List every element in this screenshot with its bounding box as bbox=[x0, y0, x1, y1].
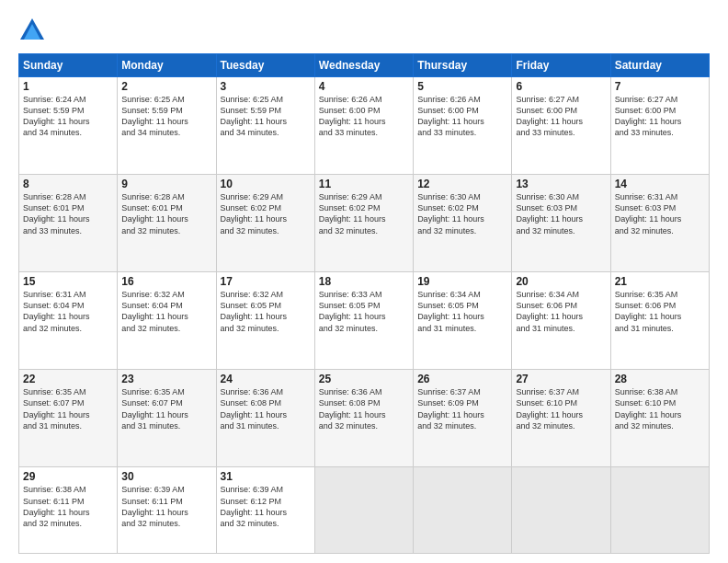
calendar-day: 1Sunrise: 6:24 AM Sunset: 5:59 PM Daylig… bbox=[19, 77, 118, 175]
day-header: Sunday bbox=[19, 54, 118, 77]
day-info: Sunrise: 6:26 AM Sunset: 6:00 PM Dayligh… bbox=[319, 94, 409, 139]
calendar-week: 1Sunrise: 6:24 AM Sunset: 5:59 PM Daylig… bbox=[19, 77, 710, 175]
calendar-day: 26Sunrise: 6:37 AM Sunset: 6:09 PM Dayli… bbox=[414, 370, 512, 467]
calendar-day: 9Sunrise: 6:28 AM Sunset: 6:01 PM Daylig… bbox=[118, 175, 216, 272]
calendar-day: 10Sunrise: 6:29 AM Sunset: 6:02 PM Dayli… bbox=[216, 175, 314, 272]
day-info: Sunrise: 6:39 AM Sunset: 6:12 PM Dayligh… bbox=[221, 484, 311, 529]
day-info: Sunrise: 6:25 AM Sunset: 5:59 PM Dayligh… bbox=[121, 94, 211, 139]
day-info: Sunrise: 6:29 AM Sunset: 6:02 PM Dayligh… bbox=[319, 191, 409, 236]
day-number: 9 bbox=[121, 178, 211, 190]
calendar: SundayMondayTuesdayWednesdayThursdayFrid… bbox=[18, 53, 710, 554]
day-header: Wednesday bbox=[314, 54, 413, 77]
day-header: Monday bbox=[118, 54, 216, 77]
day-info: Sunrise: 6:37 AM Sunset: 6:10 PM Dayligh… bbox=[516, 386, 606, 431]
calendar-day: 23Sunrise: 6:35 AM Sunset: 6:07 PM Dayli… bbox=[118, 370, 216, 467]
day-number: 19 bbox=[417, 275, 507, 288]
day-number: 11 bbox=[319, 178, 409, 190]
calendar-day: 27Sunrise: 6:37 AM Sunset: 6:10 PM Dayli… bbox=[512, 370, 610, 467]
day-header: Saturday bbox=[610, 54, 709, 77]
calendar-day: 14Sunrise: 6:31 AM Sunset: 6:03 PM Dayli… bbox=[610, 175, 709, 272]
day-info: Sunrise: 6:36 AM Sunset: 6:08 PM Dayligh… bbox=[221, 386, 311, 431]
day-info: Sunrise: 6:38 AM Sunset: 6:11 PM Dayligh… bbox=[23, 484, 113, 529]
day-info: Sunrise: 6:24 AM Sunset: 5:59 PM Dayligh… bbox=[23, 94, 113, 139]
day-number: 25 bbox=[319, 373, 409, 385]
calendar-day: 31Sunrise: 6:39 AM Sunset: 6:12 PM Dayli… bbox=[216, 467, 314, 554]
day-number: 4 bbox=[319, 80, 409, 93]
calendar-week: 8Sunrise: 6:28 AM Sunset: 6:01 PM Daylig… bbox=[19, 175, 710, 272]
day-number: 21 bbox=[615, 275, 705, 288]
day-info: Sunrise: 6:39 AM Sunset: 6:11 PM Dayligh… bbox=[121, 484, 211, 529]
day-info: Sunrise: 6:38 AM Sunset: 6:10 PM Dayligh… bbox=[615, 386, 705, 431]
calendar-day bbox=[512, 467, 610, 554]
day-info: Sunrise: 6:28 AM Sunset: 6:01 PM Dayligh… bbox=[23, 191, 113, 236]
calendar-day: 17Sunrise: 6:32 AM Sunset: 6:05 PM Dayli… bbox=[216, 272, 314, 370]
calendar-day: 29Sunrise: 6:38 AM Sunset: 6:11 PM Dayli… bbox=[19, 467, 118, 554]
calendar-day: 3Sunrise: 6:25 AM Sunset: 5:59 PM Daylig… bbox=[216, 77, 314, 175]
day-number: 14 bbox=[615, 178, 705, 190]
day-info: Sunrise: 6:27 AM Sunset: 6:00 PM Dayligh… bbox=[516, 94, 606, 139]
header-row: SundayMondayTuesdayWednesdayThursdayFrid… bbox=[19, 54, 710, 77]
day-number: 16 bbox=[121, 275, 211, 288]
calendar-day: 28Sunrise: 6:38 AM Sunset: 6:10 PM Dayli… bbox=[610, 370, 709, 467]
calendar-day: 15Sunrise: 6:31 AM Sunset: 6:04 PM Dayli… bbox=[19, 272, 118, 370]
logo bbox=[18, 17, 50, 44]
calendar-day: 4Sunrise: 6:26 AM Sunset: 6:00 PM Daylig… bbox=[314, 77, 413, 175]
day-number: 26 bbox=[417, 373, 507, 385]
page: SundayMondayTuesdayWednesdayThursdayFrid… bbox=[0, 0, 728, 563]
day-number: 22 bbox=[23, 373, 113, 385]
day-number: 18 bbox=[319, 275, 409, 288]
logo-icon bbox=[18, 17, 46, 44]
calendar-day: 11Sunrise: 6:29 AM Sunset: 6:02 PM Dayli… bbox=[314, 175, 413, 272]
day-number: 13 bbox=[516, 178, 606, 190]
day-info: Sunrise: 6:30 AM Sunset: 6:02 PM Dayligh… bbox=[417, 191, 507, 236]
calendar-day: 20Sunrise: 6:34 AM Sunset: 6:06 PM Dayli… bbox=[512, 272, 610, 370]
day-number: 12 bbox=[417, 178, 507, 190]
day-number: 7 bbox=[615, 80, 705, 93]
day-number: 10 bbox=[221, 178, 311, 190]
calendar-day: 5Sunrise: 6:26 AM Sunset: 6:00 PM Daylig… bbox=[414, 77, 512, 175]
day-number: 2 bbox=[121, 80, 211, 93]
day-info: Sunrise: 6:33 AM Sunset: 6:05 PM Dayligh… bbox=[319, 289, 409, 334]
calendar-day: 13Sunrise: 6:30 AM Sunset: 6:03 PM Dayli… bbox=[512, 175, 610, 272]
day-info: Sunrise: 6:34 AM Sunset: 6:06 PM Dayligh… bbox=[516, 289, 606, 334]
day-number: 6 bbox=[516, 80, 606, 93]
calendar-day bbox=[610, 467, 709, 554]
day-number: 29 bbox=[23, 470, 113, 483]
day-number: 8 bbox=[23, 178, 113, 190]
calendar-day: 21Sunrise: 6:35 AM Sunset: 6:06 PM Dayli… bbox=[610, 272, 709, 370]
calendar-day: 18Sunrise: 6:33 AM Sunset: 6:05 PM Dayli… bbox=[314, 272, 413, 370]
day-info: Sunrise: 6:32 AM Sunset: 6:04 PM Dayligh… bbox=[121, 289, 211, 334]
calendar-week: 15Sunrise: 6:31 AM Sunset: 6:04 PM Dayli… bbox=[19, 272, 710, 370]
day-info: Sunrise: 6:30 AM Sunset: 6:03 PM Dayligh… bbox=[516, 191, 606, 236]
day-number: 3 bbox=[221, 80, 311, 93]
calendar-day: 2Sunrise: 6:25 AM Sunset: 5:59 PM Daylig… bbox=[118, 77, 216, 175]
day-info: Sunrise: 6:35 AM Sunset: 6:07 PM Dayligh… bbox=[23, 386, 113, 431]
day-info: Sunrise: 6:32 AM Sunset: 6:05 PM Dayligh… bbox=[221, 289, 311, 334]
calendar-day bbox=[314, 467, 413, 554]
calendar-week: 29Sunrise: 6:38 AM Sunset: 6:11 PM Dayli… bbox=[19, 467, 710, 554]
day-info: Sunrise: 6:29 AM Sunset: 6:02 PM Dayligh… bbox=[221, 191, 311, 236]
calendar-day: 24Sunrise: 6:36 AM Sunset: 6:08 PM Dayli… bbox=[216, 370, 314, 467]
day-number: 28 bbox=[615, 373, 705, 385]
day-number: 30 bbox=[121, 470, 211, 483]
header bbox=[18, 17, 710, 44]
day-info: Sunrise: 6:37 AM Sunset: 6:09 PM Dayligh… bbox=[417, 386, 507, 431]
calendar-day: 22Sunrise: 6:35 AM Sunset: 6:07 PM Dayli… bbox=[19, 370, 118, 467]
calendar-day: 12Sunrise: 6:30 AM Sunset: 6:02 PM Dayli… bbox=[414, 175, 512, 272]
day-info: Sunrise: 6:31 AM Sunset: 6:04 PM Dayligh… bbox=[23, 289, 113, 334]
day-number: 23 bbox=[121, 373, 211, 385]
day-number: 31 bbox=[221, 470, 311, 483]
day-info: Sunrise: 6:31 AM Sunset: 6:03 PM Dayligh… bbox=[615, 191, 705, 236]
day-info: Sunrise: 6:26 AM Sunset: 6:00 PM Dayligh… bbox=[417, 94, 507, 139]
day-info: Sunrise: 6:27 AM Sunset: 6:00 PM Dayligh… bbox=[615, 94, 705, 139]
day-number: 1 bbox=[23, 80, 113, 93]
day-number: 15 bbox=[23, 275, 113, 288]
day-number: 17 bbox=[221, 275, 311, 288]
day-info: Sunrise: 6:25 AM Sunset: 5:59 PM Dayligh… bbox=[221, 94, 311, 139]
calendar-day: 30Sunrise: 6:39 AM Sunset: 6:11 PM Dayli… bbox=[118, 467, 216, 554]
calendar-day: 25Sunrise: 6:36 AM Sunset: 6:08 PM Dayli… bbox=[314, 370, 413, 467]
day-info: Sunrise: 6:28 AM Sunset: 6:01 PM Dayligh… bbox=[121, 191, 211, 236]
day-number: 5 bbox=[417, 80, 507, 93]
day-number: 24 bbox=[221, 373, 311, 385]
day-info: Sunrise: 6:34 AM Sunset: 6:05 PM Dayligh… bbox=[417, 289, 507, 334]
